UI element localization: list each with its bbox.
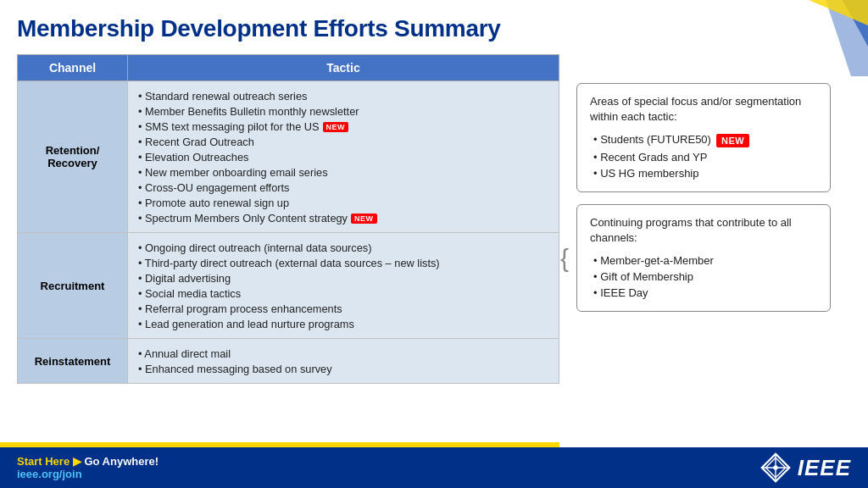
tactic-cell: Ongoing direct outreach (internal data s… [128, 233, 559, 339]
bracket-icon: { [560, 246, 569, 271]
list-item: IEEE Day [593, 285, 817, 301]
new-badge: NEW [351, 214, 377, 224]
list-item: Elevation Outreaches [138, 149, 548, 164]
list-item: Students (FUTURE50)NEW [593, 131, 817, 149]
list-item: Social media tactics [138, 286, 548, 301]
table-row: ReinstatementAnnual direct mailEnhanced … [18, 339, 559, 384]
go-anywhere-text: Go Anywhere! [84, 455, 159, 468]
list-item: Promote auto renewal sign up [138, 195, 548, 210]
arrow-icon: ▶ [73, 455, 81, 468]
list-item: Member-get-a-Member [593, 252, 817, 269]
ieee-logo: IEEE [760, 452, 851, 483]
new-badge-large: NEW [716, 134, 749, 147]
main-table: Channel Tactic Retention/ RecoveryStanda… [17, 54, 559, 384]
box-intro-text: Continuing programs that contribute to a… [590, 215, 817, 246]
channel-cell: Reinstatement [18, 339, 128, 384]
box-intro-text: Areas of special focus and/or segmentati… [590, 94, 817, 125]
tactic-cell: Annual direct mailEnhanced messaging bas… [128, 339, 559, 384]
list-item: Recent Grad Outreach [138, 134, 548, 149]
start-here-text: Start Here [17, 455, 70, 468]
list-item: Standard renewal outreach series [138, 88, 548, 103]
list-item: Member Benefits Bulletin monthly newslet… [138, 103, 548, 119]
list-item: Digital advertising [138, 270, 548, 286]
list-item: Lead generation and lead nurture program… [138, 316, 548, 331]
tactic-cell: Standard renewal outreach seriesMember B… [128, 81, 559, 233]
list-item: Third-party direct outreach (external da… [138, 255, 548, 270]
ieee-diamond-icon [760, 452, 791, 483]
right-panel: Areas of special focus and/or segmentati… [576, 83, 831, 312]
list-item: Recent Grads and YP [593, 149, 817, 165]
page-title: Membership Development Efforts Summary [17, 15, 851, 42]
list-item: SMS text messaging pilot for the USNEW [138, 119, 548, 134]
list-item: Enhanced messaging based on survey [138, 361, 548, 376]
col-header-tactic: Tactic [128, 55, 559, 81]
list-item: US HG membership [593, 165, 817, 181]
ieee-join-link[interactable]: ieee.org/join [17, 468, 159, 480]
ieee-logo-text: IEEE [798, 455, 851, 481]
channel-cell: Retention/ Recovery [18, 81, 128, 233]
list-item: Referral program process enhancements [138, 301, 548, 316]
corner-decoration [758, 0, 868, 76]
list-item: Cross-OU engagement efforts [138, 180, 548, 195]
focus-box: Areas of special focus and/or segmentati… [576, 83, 831, 192]
list-item: Annual direct mail [138, 346, 548, 361]
continuing-box: Continuing programs that contribute to a… [576, 204, 831, 312]
list-item: Gift of Membership [593, 269, 817, 285]
new-badge: NEW [323, 122, 349, 132]
channel-cell: Recruitment [18, 233, 128, 339]
list-item: New member onboarding email series [138, 164, 548, 180]
col-header-channel: Channel [18, 55, 128, 81]
bottom-bar: Start Here ▶ Go Anywhere! ieee.org/join … [0, 447, 868, 488]
list-item: Spectrum Members Only Content strategyNE… [138, 210, 548, 225]
bottom-bar-tagline: Start Here ▶ Go Anywhere! [17, 455, 159, 468]
list-item: Ongoing direct outreach (internal data s… [138, 240, 548, 255]
table-row: Retention/ RecoveryStandard renewal outr… [18, 81, 559, 233]
table-row: RecruitmentOngoing direct outreach (inte… [18, 233, 559, 339]
